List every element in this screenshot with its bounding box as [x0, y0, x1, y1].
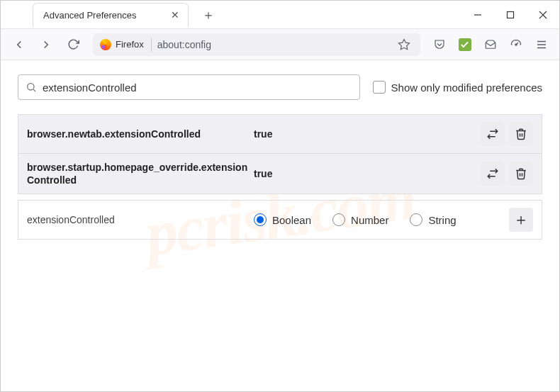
radio-boolean[interactable]: Boolean [254, 213, 311, 226]
firefox-icon [100, 39, 111, 50]
svg-line-10 [33, 89, 35, 91]
show-modified-checkbox[interactable]: Show only modified preferences [373, 81, 542, 94]
checkbox-label: Show only modified preferences [391, 82, 542, 94]
forward-button[interactable] [35, 33, 57, 56]
site-identity[interactable]: Firefox [99, 38, 152, 52]
pref-value: true [254, 168, 481, 179]
close-tab-icon[interactable]: ✕ [169, 9, 181, 21]
search-box[interactable] [18, 74, 360, 100]
pref-name: browser.newtab.extensionControlled [27, 128, 254, 140]
new-pref-name: extensionControlled [27, 214, 254, 225]
dashboard-icon[interactable] [505, 34, 527, 55]
back-button[interactable] [8, 33, 30, 56]
maximize-button[interactable] [494, 1, 527, 29]
radio-label: Boolean [272, 214, 311, 226]
tab-title: Advanced Preferences [43, 10, 169, 21]
toggle-button[interactable] [481, 122, 505, 146]
url-text: about:config [157, 39, 388, 50]
search-icon [26, 82, 37, 93]
toggle-button[interactable] [481, 162, 505, 186]
about-config-content: Show only modified preferences browser.n… [1, 60, 559, 254]
radio-string[interactable]: String [410, 213, 456, 226]
pref-table: browser.newtab.extensionControlled true … [18, 114, 542, 194]
type-radio-group: Boolean Number String [254, 213, 509, 226]
bookmark-star-icon[interactable] [393, 34, 415, 55]
search-input[interactable] [43, 82, 352, 94]
new-tab-button[interactable]: ＋ [198, 5, 218, 25]
reload-button[interactable] [62, 33, 84, 56]
pocket-icon[interactable] [429, 34, 450, 55]
svg-rect-1 [508, 11, 514, 18]
svg-marker-4 [399, 39, 410, 49]
identity-label: Firefox [116, 39, 144, 50]
pref-value: true [254, 128, 481, 140]
radio-label: Number [351, 214, 388, 226]
window-controls [461, 1, 559, 29]
browser-tab[interactable]: Advanced Preferences ✕ [33, 3, 189, 27]
pref-row: browser.newtab.extensionControlled true [18, 115, 542, 154]
toolbar: Firefox about:config [1, 29, 559, 60]
extension-icon[interactable] [454, 34, 476, 55]
search-row: Show only modified preferences [18, 74, 542, 100]
address-bar[interactable]: Firefox about:config [93, 33, 420, 56]
radio-icon [254, 213, 267, 226]
radio-label: String [428, 214, 456, 226]
delete-button[interactable] [509, 122, 533, 146]
menu-button[interactable] [531, 34, 552, 55]
radio-number[interactable]: Number [332, 213, 388, 226]
radio-icon [410, 213, 422, 226]
svg-point-9 [28, 84, 34, 90]
inbox-icon[interactable] [480, 34, 501, 55]
delete-button[interactable] [509, 162, 533, 186]
titlebar: Advanced Preferences ✕ ＋ [1, 1, 559, 29]
add-button[interactable]: ＋ [509, 208, 533, 232]
radio-icon [332, 213, 345, 226]
pref-name: browser.startup.homepage_override.extens… [27, 161, 254, 186]
checkbox-icon [373, 81, 386, 94]
pref-row: browser.startup.homepage_override.extens… [18, 154, 542, 194]
close-window-button[interactable] [527, 1, 559, 29]
minimize-button[interactable] [461, 1, 494, 29]
new-pref-row: extensionControlled Boolean Number Strin… [18, 200, 542, 240]
